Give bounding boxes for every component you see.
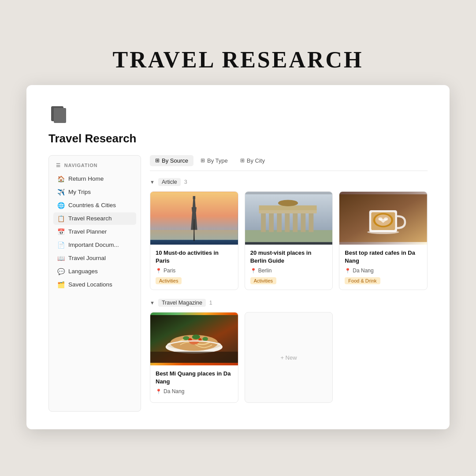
svg-rect-2 — [54, 108, 66, 123]
card-image-danang-cafe — [339, 192, 427, 245]
language-icon: 💬 — [57, 268, 65, 275]
app-window: Travel Research ☰ NAVIGATION 🏠 Return Ho… — [26, 85, 450, 430]
svg-rect-16 — [277, 212, 282, 232]
empty-slot — [339, 312, 428, 403]
svg-point-39 — [192, 335, 200, 339]
globe-icon: 🌐 — [57, 202, 65, 209]
sidebar-item-saved-locations[interactable]: 🗂️ Saved Locations — [53, 279, 136, 291]
svg-rect-45 — [150, 352, 238, 363]
journal-icon: 📖 — [57, 255, 65, 262]
tab-by-source[interactable]: ⊞ By Source — [150, 155, 193, 166]
sidebar-item-travel-journal[interactable]: 📖 Travel Journal — [53, 252, 136, 264]
sidebar-item-travel-research[interactable]: 📋 Travel Research — [53, 212, 136, 225]
card-image-paris — [150, 192, 238, 245]
card-location-mi-quang: 📍 Da Nang — [156, 388, 233, 394]
sidebar-nav-label: ☰ NAVIGATION — [53, 163, 136, 168]
card-tag-danang-cafe: Food & Drink — [345, 277, 380, 284]
card-location-berlin: 📍 Berlin — [250, 268, 327, 274]
svg-marker-7 — [193, 216, 196, 220]
main-content: ☰ NAVIGATION 🏠 Return Home ✈️ My Trips 🌐… — [48, 155, 428, 412]
pin-icon-berlin: 📍 — [250, 268, 257, 274]
grid-icon-type: ⊞ — [201, 157, 205, 164]
sidebar-item-important-docs[interactable]: 📄 Important Docum... — [53, 239, 136, 251]
card-location-paris: 📍 Paris — [156, 268, 233, 274]
pin-icon-danang-cafe: 📍 — [345, 268, 351, 274]
card-mi-quang[interactable]: Best Mi Quang places in Da Nang 📍 Da Nan… — [150, 312, 238, 403]
card-tag-berlin: Activities — [250, 277, 276, 284]
svg-rect-4 — [150, 230, 238, 240]
page-title: TRAVEL RESEARCH — [112, 47, 363, 73]
card-image-berlin — [245, 192, 333, 245]
tab-by-type[interactable]: ⊞ By Type — [195, 155, 233, 166]
card-body-berlin: 20 must-visit places in Berlin Guide 📍 B… — [245, 245, 333, 290]
main-panel: ⊞ By Source ⊞ By Type ⊞ By City ▼ Articl… — [150, 155, 428, 412]
svg-rect-10 — [193, 215, 196, 216]
grid-icon-source: ⊞ — [155, 157, 160, 164]
svg-rect-8 — [193, 196, 195, 199]
group-article: ▼ Article 3 — [150, 178, 428, 290]
sidebar-item-countries-cities[interactable]: 🌐 Countries & Cities — [53, 199, 136, 212]
card-body-paris: 10 Must-do activities in Paris 📍 Paris A… — [150, 245, 238, 290]
app-header-title: Travel Research — [48, 132, 428, 145]
tab-by-city[interactable]: ⊞ By City — [235, 155, 270, 166]
grid-icon-city: ⊞ — [240, 157, 245, 164]
document-icon: 📄 — [57, 242, 65, 249]
airplane-icon: ✈️ — [57, 189, 65, 196]
sidebar-item-travel-planner[interactable]: 📅 Travel Planner — [53, 226, 136, 238]
card-body-danang-cafe: Best top rated cafes in Da Nang 📍 Da Nan… — [339, 245, 427, 290]
group-arrow-magazine: ▼ — [150, 300, 155, 305]
svg-marker-6 — [192, 208, 197, 212]
article-cards-grid: 10 Must-do activities in Paris 📍 Paris A… — [150, 191, 428, 290]
magazine-cards-grid: Best Mi Quang places in Da Nang 📍 Da Nan… — [150, 312, 428, 403]
svg-rect-17 — [285, 212, 290, 232]
sidebar-item-languages[interactable]: 💬 Languages — [53, 265, 136, 278]
svg-rect-14 — [261, 212, 266, 232]
pin-icon-paris: 📍 — [156, 268, 162, 274]
sidebar-item-return-home[interactable]: 🏠 Return Home — [53, 173, 136, 185]
home-icon: 🏠 — [57, 175, 65, 182]
card-location-danang-cafe: 📍 Da Nang — [345, 268, 422, 274]
svg-point-33 — [368, 230, 399, 234]
folder-icon: 🗂️ — [57, 281, 65, 288]
svg-rect-24 — [283, 201, 293, 204]
group-magazine-header: ▼ Travel Magazine 1 — [150, 299, 428, 307]
card-paris-activities[interactable]: 10 Must-do activities in Paris 📍 Paris A… — [150, 191, 238, 290]
svg-rect-15 — [269, 212, 274, 232]
sidebar: ☰ NAVIGATION 🏠 Return Home ✈️ My Trips 🌐… — [48, 155, 141, 412]
card-tag-paris: Activities — [156, 277, 182, 284]
group-arrow-article: ▼ — [150, 179, 155, 185]
pin-icon-mi-quang: 📍 — [156, 389, 162, 394]
card-danang-cafes[interactable]: Best top rated cafes in Da Nang 📍 Da Nan… — [339, 191, 428, 290]
svg-rect-9 — [192, 207, 197, 208]
svg-rect-18 — [293, 212, 298, 232]
group-article-header: ▼ Article 3 — [150, 178, 428, 186]
svg-rect-20 — [309, 212, 313, 232]
clipboard-icon: 📋 — [57, 215, 65, 222]
card-berlin-guide[interactable]: 20 must-visit places in Berlin Guide 📍 B… — [245, 191, 333, 290]
sidebar-item-my-trips[interactable]: ✈️ My Trips — [53, 186, 136, 198]
app-icon — [48, 103, 70, 124]
svg-point-40 — [202, 337, 208, 341]
svg-rect-19 — [301, 212, 305, 232]
svg-rect-11 — [192, 223, 196, 224]
card-image-mi-quang — [150, 312, 238, 365]
view-tabs: ⊞ By Source ⊞ By Type ⊞ By City — [150, 155, 428, 171]
group-travel-magazine: ▼ Travel Magazine 1 — [150, 299, 428, 403]
calendar-icon: 📅 — [57, 228, 65, 235]
new-card-magazine[interactable]: + New — [245, 312, 333, 403]
menu-icon: ☰ — [56, 163, 61, 168]
card-body-mi-quang: Best Mi Quang places in Da Nang 📍 Da Nan… — [150, 365, 238, 402]
